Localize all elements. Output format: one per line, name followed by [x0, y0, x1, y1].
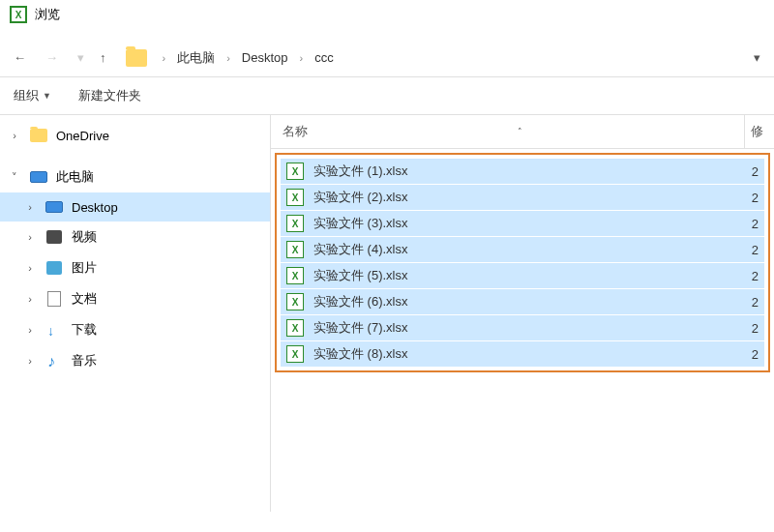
file-row[interactable]: 实验文件 (5).xlsx2 — [281, 263, 764, 289]
address-dropdown[interactable]: ▾ — [750, 46, 764, 69]
chevron-icon[interactable]: › — [8, 130, 21, 141]
recent-dropdown[interactable]: ▾ — [74, 48, 88, 67]
chevron-icon[interactable]: › — [23, 262, 37, 274]
file-row[interactable]: 实验文件 (7).xlsx2 — [281, 315, 764, 341]
sidebar-item-label: OneDrive — [56, 129, 109, 143]
sidebar-item[interactable]: ›视频 — [0, 222, 270, 252]
file-list: 实验文件 (1).xlsx2实验文件 (2).xlsx2实验文件 (3).xls… — [275, 153, 770, 372]
monitor-icon — [29, 169, 48, 185]
file-row[interactable]: 实验文件 (2).xlsx2 — [281, 185, 764, 211]
main: ›OneDrive˅此电脑›Desktop›视频›图片›文档›下载›音乐 名称 … — [0, 115, 774, 512]
sidebar-item-label: 视频 — [72, 228, 97, 246]
chevron-icon[interactable]: ˅ — [8, 171, 21, 184]
list-header: 名称 ˄ 修 — [271, 115, 774, 149]
breadcrumb: › 此电脑 › Desktop › ccc — [163, 47, 338, 69]
file-name: 实验文件 (6).xlsx — [313, 293, 733, 310]
file-name: 实验文件 (2).xlsx — [313, 189, 733, 206]
file-row[interactable]: 实验文件 (8).xlsx2 — [281, 341, 764, 367]
music-icon — [45, 353, 64, 369]
sidebar-item[interactable]: ›Desktop — [0, 192, 270, 222]
breadcrumb-item[interactable]: Desktop — [238, 48, 292, 67]
xlsx-icon — [286, 293, 304, 310]
file-row[interactable]: 实验文件 (4).xlsx2 — [281, 237, 764, 263]
file-name: 实验文件 (8).xlsx — [313, 345, 733, 363]
sidebar: ›OneDrive˅此电脑›Desktop›视频›图片›文档›下载›音乐 — [0, 115, 271, 512]
file-name: 实验文件 (4).xlsx — [313, 241, 733, 258]
chevron-right-icon: › — [226, 52, 230, 64]
chevron-icon[interactable]: › — [23, 231, 37, 243]
column-name[interactable]: 名称 ˄ — [271, 115, 745, 148]
new-folder-button[interactable]: 新建文件夹 — [78, 87, 141, 104]
toolbar: 组织 ▼ 新建文件夹 — [0, 77, 774, 115]
sidebar-item[interactable]: ›图片 — [0, 252, 270, 283]
chevron-down-icon: ▼ — [43, 91, 51, 101]
pic-icon — [45, 260, 64, 276]
organize-button[interactable]: 组织 ▼ — [14, 87, 51, 104]
sidebar-item-label: 下载 — [72, 321, 97, 339]
back-button[interactable]: ← — [10, 48, 30, 67]
file-name: 实验文件 (3).xlsx — [313, 215, 733, 232]
chevron-right-icon: › — [300, 52, 304, 64]
column-modified-label: 修 — [751, 124, 763, 138]
column-name-label: 名称 — [283, 123, 308, 140]
video-icon — [45, 229, 64, 245]
file-col2: 2 — [743, 191, 759, 205]
chevron-icon[interactable]: › — [23, 293, 37, 305]
xlsx-icon — [286, 267, 304, 284]
sidebar-item-label: Desktop — [72, 200, 118, 215]
file-row[interactable]: 实验文件 (6).xlsx2 — [281, 289, 764, 315]
titlebar: X 浏览 — [0, 0, 774, 29]
xlsx-icon — [286, 163, 304, 180]
file-name: 实验文件 (5).xlsx — [313, 267, 733, 284]
file-name: 实验文件 (7).xlsx — [313, 319, 733, 337]
dl-icon — [45, 322, 64, 338]
xlsx-icon — [286, 189, 304, 206]
sidebar-item-label: 音乐 — [72, 352, 97, 369]
file-row[interactable]: 实验文件 (3).xlsx2 — [281, 211, 764, 237]
content-pane: 名称 ˄ 修 实验文件 (1).xlsx2实验文件 (2).xlsx2实验文件 … — [271, 115, 774, 512]
xlsx-icon — [286, 215, 304, 232]
xlsx-icon — [286, 345, 304, 363]
sidebar-item-label: 文档 — [72, 290, 97, 308]
chevron-right-icon: › — [163, 52, 166, 64]
breadcrumb-item[interactable]: 此电脑 — [173, 47, 219, 69]
xlsx-icon — [286, 319, 304, 337]
sidebar-item-label: 此电脑 — [56, 168, 94, 186]
file-row[interactable]: 实验文件 (1).xlsx2 — [281, 159, 764, 185]
file-col2: 2 — [743, 269, 759, 283]
folder-icon — [29, 128, 48, 143]
file-col2: 2 — [743, 243, 759, 257]
monitor-icon — [45, 199, 64, 215]
file-col2: 2 — [743, 164, 759, 179]
chevron-icon[interactable]: › — [23, 201, 37, 213]
forward-button[interactable]: → — [42, 48, 62, 67]
chevron-icon[interactable]: › — [23, 324, 37, 336]
window-title: 浏览 — [35, 6, 60, 23]
sidebar-item[interactable]: ›OneDrive — [0, 121, 270, 150]
file-col2: 2 — [743, 295, 759, 310]
sidebar-item[interactable]: ›音乐 — [0, 345, 270, 376]
organize-label: 组织 — [14, 87, 39, 104]
file-name: 实验文件 (1).xlsx — [313, 163, 733, 180]
column-modified[interactable]: 修 — [745, 115, 774, 148]
sidebar-item[interactable]: ˅此电脑 — [0, 162, 270, 192]
sidebar-item[interactable]: ›下载 — [0, 314, 270, 345]
up-button[interactable]: ↑ — [100, 50, 106, 65]
sidebar-item-label: 图片 — [72, 259, 97, 277]
file-col2: 2 — [743, 321, 759, 336]
sidebar-item[interactable]: ›文档 — [0, 283, 270, 314]
file-col2: 2 — [743, 217, 759, 231]
folder-icon — [126, 49, 147, 67]
new-folder-label: 新建文件夹 — [78, 87, 141, 104]
sort-indicator-icon: ˄ — [518, 127, 522, 136]
navbar: ← → ▾ ↑ › 此电脑 › Desktop › ccc ▾ — [0, 39, 774, 77]
excel-icon: X — [10, 6, 27, 23]
file-col2: 2 — [743, 347, 759, 362]
xlsx-icon — [286, 241, 304, 258]
chevron-icon[interactable]: › — [23, 355, 37, 367]
breadcrumb-item[interactable]: ccc — [311, 48, 338, 67]
doc-icon — [45, 291, 64, 307]
